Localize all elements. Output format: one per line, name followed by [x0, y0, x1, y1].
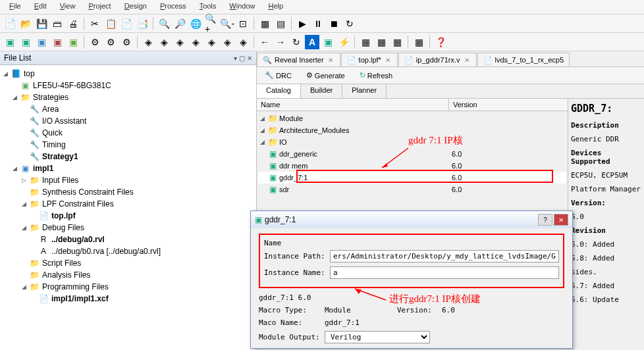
cat-module[interactable]: Module	[279, 114, 303, 122]
tree-xcf[interactable]: impl1/impl1.xcf	[50, 294, 109, 303]
menu-window[interactable]: Window	[223, 0, 261, 14]
fwd-icon[interactable]: →	[273, 35, 288, 49]
tree-rva[interactable]: ../debug/b0.rva [../debug/a0.rvl]	[50, 247, 161, 256]
toggle-icon[interactable]: ◢	[258, 127, 266, 134]
tree-io[interactable]: I/O Assistant	[41, 116, 86, 126]
inst-name-input[interactable]	[330, 266, 559, 279]
t5-icon[interactable]: ◈	[157, 35, 171, 49]
chip2-icon[interactable]: ▣	[18, 35, 33, 49]
tab-ipgddr[interactable]: 📄ip_gddr71rx.v✕	[398, 53, 477, 66]
t6-icon[interactable]: ◈	[173, 35, 187, 49]
window2-icon[interactable]: ▤	[273, 16, 288, 31]
t4-icon[interactable]: ◈	[141, 35, 155, 49]
menu-view[interactable]: View	[53, 0, 82, 14]
grid4-icon[interactable]: ▦	[412, 35, 426, 49]
open-icon[interactable]: 📂	[18, 16, 33, 31]
tree-area[interactable]: Area	[41, 105, 59, 114]
tree-device[interactable]: LFE5U-45F-6BG381C	[32, 81, 111, 90]
menu-process[interactable]: Process	[153, 0, 193, 14]
tree-timing[interactable]: Timing	[41, 140, 66, 149]
t9-icon[interactable]: ◈	[220, 35, 234, 49]
toggle-icon[interactable]: ◢	[11, 165, 18, 172]
tree-impl1[interactable]: impl1	[32, 164, 53, 173]
menu-project[interactable]: Project	[82, 0, 117, 14]
grid1-icon[interactable]: ▦	[358, 35, 373, 49]
paste-icon[interactable]: 📄	[119, 16, 134, 31]
back-icon[interactable]: ←	[257, 35, 272, 49]
toggle-icon[interactable]: ◢	[258, 115, 266, 122]
tree-top[interactable]: top	[22, 69, 35, 78]
help-icon[interactable]: ❓	[433, 35, 448, 49]
tree-lpf-cons[interactable]: LPF Constraint Files	[41, 199, 114, 209]
mod-out-select[interactable]: Verilog	[325, 331, 430, 343]
new-icon[interactable]: 📄	[3, 16, 17, 31]
menu-help[interactable]: Help	[261, 0, 290, 14]
menu-file[interactable]: File	[3, 0, 28, 14]
cat-sdr[interactable]: sdr	[279, 186, 289, 193]
panel-menu-icon[interactable]: ▾ ▢ ✕	[234, 55, 252, 62]
tree-input-files[interactable]: Input Files	[41, 176, 78, 185]
chip5-icon[interactable]: ▣	[66, 35, 80, 49]
chip1-icon[interactable]: ▣	[3, 35, 17, 49]
close-icon[interactable]: ✕	[327, 57, 335, 64]
close-icon[interactable]: ✕	[463, 57, 471, 64]
tree-prog-files[interactable]: Programming Files	[41, 282, 109, 291]
t7-icon[interactable]: ◈	[188, 35, 203, 49]
save-icon[interactable]: 💾	[34, 16, 49, 31]
refresh-button[interactable]: ↻Refresh	[356, 70, 397, 81]
play-icon[interactable]: ▶	[295, 16, 309, 31]
window1-icon[interactable]: ▦	[257, 16, 272, 31]
menu-design[interactable]: Design	[118, 0, 153, 14]
toggle-icon[interactable]: ◢	[20, 284, 28, 290]
zoomin-icon[interactable]: 🔍+	[204, 16, 219, 31]
tab-lvds[interactable]: 📄lvds_7_to_1_rx_ecp5	[477, 53, 570, 66]
copy2-icon[interactable]: 📑	[135, 16, 149, 31]
tool3-icon[interactable]: ⚙	[119, 35, 134, 49]
subtab-builder[interactable]: Builder	[301, 84, 342, 98]
search-icon[interactable]: 🔍	[157, 16, 171, 31]
subtab-catalog[interactable]: Catalog	[257, 84, 301, 98]
menu-edit[interactable]: Edit	[28, 0, 53, 14]
cat-ddr-mem[interactable]: ddr mem	[279, 162, 308, 170]
copy-icon[interactable]: 📋	[103, 16, 118, 31]
t12-icon[interactable]: ⚡	[336, 35, 351, 49]
chip3-icon[interactable]: ▣	[34, 35, 49, 49]
globe-icon[interactable]: 🌐	[188, 16, 203, 31]
tree-toplpf[interactable]: top.lpf	[50, 211, 76, 220]
toggle-icon[interactable]: ▷	[20, 177, 28, 184]
subtab-planner[interactable]: Planner	[342, 84, 387, 98]
cat-ddr-generic[interactable]: ddr_generic	[279, 150, 317, 158]
cat-arch[interactable]: Architecture_Modules	[279, 126, 349, 134]
toggle-icon[interactable]: ◢	[20, 201, 28, 207]
close-icon[interactable]: ✕	[384, 57, 392, 64]
chip4-icon[interactable]: ▣	[50, 35, 65, 49]
saveall-icon[interactable]: 🗃	[50, 16, 65, 31]
print-icon[interactable]: 🖨	[66, 16, 80, 31]
tool2-icon[interactable]: ⚙	[103, 35, 118, 49]
a-icon[interactable]: A	[305, 35, 319, 49]
tree-strategies[interactable]: Strategies	[32, 93, 68, 102]
inst-path-input[interactable]	[330, 250, 559, 262]
tree-analysis-files[interactable]: Analysis Files	[41, 270, 90, 280]
toggle-icon[interactable]: ◢	[1, 70, 9, 77]
menu-tools[interactable]: Tools	[193, 0, 223, 14]
tree-script-files[interactable]: Script Files	[41, 259, 81, 268]
refresh2-icon[interactable]: ↻	[289, 35, 304, 49]
tree-rvl[interactable]: ../debug/a0.rvl	[50, 235, 105, 244]
toggle-icon[interactable]: ◢	[20, 224, 28, 231]
cat-io[interactable]: IO	[279, 138, 287, 146]
tab-reveal[interactable]: 🔍Reveal Inserter✕	[257, 53, 340, 66]
search2-icon[interactable]: 🔎	[173, 16, 187, 31]
tool1-icon[interactable]: ⚙	[88, 35, 102, 49]
tab-toplpf[interactable]: 📄top.lpf*✕	[341, 53, 398, 66]
tree-synth-cons[interactable]: Synthesis Constraint Files	[41, 188, 134, 197]
close-button[interactable]: ✕	[554, 214, 568, 226]
t11-icon[interactable]: ▣	[321, 35, 335, 49]
grid2-icon[interactable]: ▦	[374, 35, 389, 49]
tree-strategy1[interactable]: Strategy1	[41, 152, 78, 161]
help-button[interactable]: ?	[538, 214, 552, 226]
t10-icon[interactable]: ◈	[236, 35, 250, 49]
grid3-icon[interactable]: ▦	[390, 35, 404, 49]
stop-icon[interactable]: ⏹	[327, 16, 341, 31]
generate-button[interactable]: ⚙Generate	[302, 70, 349, 81]
